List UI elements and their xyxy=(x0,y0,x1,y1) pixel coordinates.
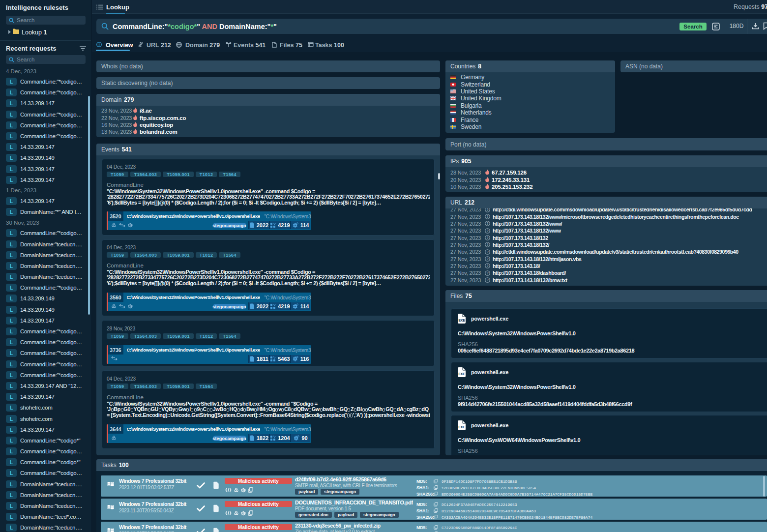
svg-text:?: ? xyxy=(486,229,488,233)
svg-text:?: ? xyxy=(486,271,488,275)
svg-text:EXE: EXE xyxy=(458,425,465,429)
svg-text:?: ? xyxy=(486,236,488,239)
svg-text:EXE: EXE xyxy=(458,319,465,322)
svg-text:?: ? xyxy=(486,250,488,254)
svg-text:?: ? xyxy=(486,264,488,267)
svg-text:EXE: EXE xyxy=(458,372,465,376)
svg-text:?: ? xyxy=(486,243,488,246)
svg-text:?: ? xyxy=(486,215,488,218)
svg-text:?: ? xyxy=(486,222,488,225)
svg-text:?: ? xyxy=(486,278,488,282)
svg-text:?: ? xyxy=(486,257,488,261)
